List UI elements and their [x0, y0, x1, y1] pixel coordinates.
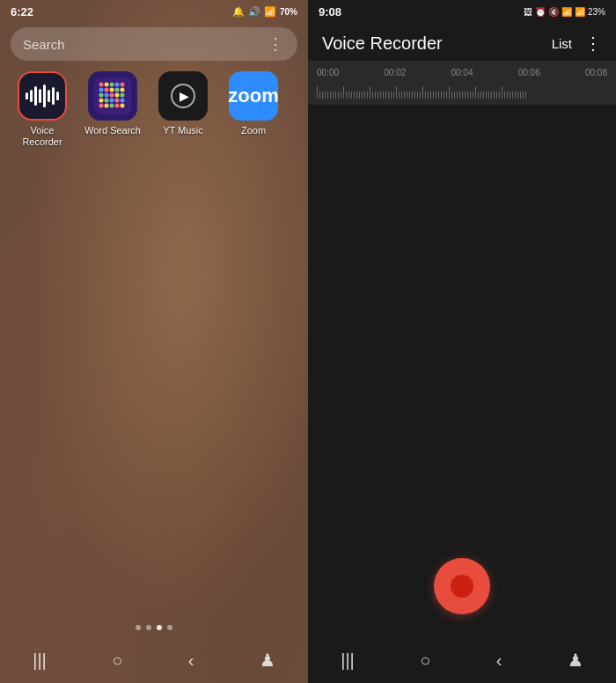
left-time: 6:22: [11, 5, 33, 18]
svg-point-3: [110, 83, 114, 87]
svg-point-1: [99, 83, 104, 87]
right-volume-icon: 🔇: [548, 7, 559, 17]
yt-music-icon: ▶: [158, 71, 208, 121]
recorder-header: Voice Recorder List ⋮: [308, 22, 616, 61]
left-nav-bar: ||| ○ ‹ ♟: [0, 641, 308, 683]
svg-point-2: [105, 83, 109, 87]
time-label-0: 00:00: [317, 68, 339, 77]
timeline-labels: 00:00 00:02 00:04 00:06 00:08: [308, 68, 616, 77]
right-nav-recent[interactable]: |||: [341, 650, 355, 671]
zoom-icon: zoom: [229, 71, 278, 121]
left-nav-back[interactable]: ‹: [188, 650, 194, 671]
search-bar[interactable]: Search ⋮: [11, 27, 297, 61]
right-nav-assistant[interactable]: ♟: [568, 650, 583, 671]
word-search-graphic: [94, 77, 131, 114]
timeline-area: 00:00 00:02 00:04 00:06 00:08: [308, 61, 616, 105]
svg-point-15: [121, 93, 125, 98]
svg-point-6: [99, 88, 104, 92]
timeline-ticks: [308, 81, 616, 99]
search-menu-icon[interactable]: ⋮: [268, 34, 285, 54]
notification-icon: 🔔: [232, 6, 245, 18]
svg-point-14: [115, 93, 120, 98]
svg-point-9: [115, 88, 120, 92]
svg-point-18: [110, 99, 114, 103]
time-label-6: 00:06: [518, 68, 540, 77]
wifi-icon: 📶: [264, 6, 276, 18]
right-time: 9:08: [319, 5, 341, 18]
svg-point-21: [99, 104, 104, 108]
right-status-icons: 🖼 ⏰ 🔇 📶 📶 23%: [524, 7, 605, 17]
svg-point-10: [121, 88, 125, 92]
alarm-icon: ⏰: [535, 7, 546, 17]
word-search-icon: [88, 71, 137, 121]
svg-point-7: [105, 88, 109, 92]
voice-recorder-label: Voice Recorder: [11, 125, 74, 148]
right-status-bar: 9:08 🖼 ⏰ 🔇 📶 📶 23%: [308, 0, 616, 22]
zoom-label: Zoom: [241, 125, 266, 136]
voice-recorder-icon: [18, 71, 67, 121]
left-status-bar: 6:22 🔔 🔊 📶 70%: [0, 0, 308, 22]
app-voice-recorder[interactable]: Voice Recorder: [11, 71, 74, 148]
left-panel: 6:22 🔔 🔊 📶 70% Search ⋮: [0, 0, 308, 683]
search-placeholder: Search: [23, 37, 65, 52]
svg-point-16: [99, 99, 104, 103]
right-nav-home[interactable]: ○: [420, 650, 430, 671]
word-search-label: Word Search: [84, 125, 141, 136]
svg-point-5: [121, 83, 125, 87]
time-label-2: 00:02: [384, 68, 406, 77]
record-button-area: [308, 540, 616, 641]
app-word-search[interactable]: Word Search: [81, 71, 144, 148]
dot-2: [146, 625, 151, 630]
apps-row: Voice Recorder: [0, 71, 308, 148]
right-nav-back[interactable]: ‹: [496, 650, 502, 671]
dot-4: [167, 625, 172, 630]
svg-point-24: [115, 104, 120, 108]
left-nav-home[interactable]: ○: [112, 650, 122, 671]
image-icon: 🖼: [524, 7, 532, 17]
dot-1: [136, 625, 141, 630]
svg-point-20: [121, 99, 125, 103]
yt-music-label: YT Music: [163, 125, 203, 136]
svg-point-12: [105, 93, 109, 98]
zoom-logo: zoom: [228, 84, 278, 107]
waveform-graphic: [26, 84, 59, 108]
tick-line: [317, 81, 607, 99]
battery-icon: 70%: [280, 7, 297, 17]
right-wifi-icon: 📶: [561, 7, 572, 17]
svg-point-4: [115, 83, 120, 87]
right-battery-icon: 23%: [588, 7, 605, 17]
right-signal-icon: 📶: [575, 7, 585, 17]
recorder-header-actions: List ⋮: [552, 33, 602, 54]
left-nav-recent[interactable]: |||: [33, 650, 47, 671]
left-status-icons: 🔔 🔊 📶 70%: [232, 6, 297, 18]
left-nav-assistant[interactable]: ♟: [260, 650, 275, 671]
volume-icon: 🔊: [248, 6, 260, 18]
record-inner: [451, 575, 473, 598]
svg-point-19: [115, 99, 120, 103]
app-yt-music[interactable]: ▶ YT Music: [151, 71, 215, 148]
recorder-title: Voice Recorder: [322, 33, 443, 54]
svg-point-13: [110, 93, 114, 98]
svg-point-23: [110, 104, 114, 108]
page-dots: [0, 625, 308, 630]
recorder-menu-icon[interactable]: ⋮: [584, 33, 602, 54]
time-label-4: 00:04: [451, 68, 473, 77]
app-zoom[interactable]: zoom Zoom: [222, 71, 285, 148]
svg-point-11: [99, 93, 104, 98]
svg-point-22: [105, 104, 109, 108]
svg-point-17: [105, 99, 109, 103]
yt-play-circle: ▶: [171, 84, 195, 108]
svg-point-8: [110, 88, 114, 92]
svg-point-25: [121, 104, 125, 108]
right-panel: 9:08 🖼 ⏰ 🔇 📶 📶 23% Voice Recorder List ⋮…: [308, 0, 616, 683]
time-label-8: 00:08: [585, 68, 607, 77]
list-button[interactable]: List: [552, 36, 572, 51]
record-button[interactable]: [434, 558, 490, 614]
dot-3: [157, 625, 162, 630]
right-nav-bar: ||| ○ ‹ ♟: [308, 641, 616, 683]
waveform-area: [308, 105, 616, 540]
